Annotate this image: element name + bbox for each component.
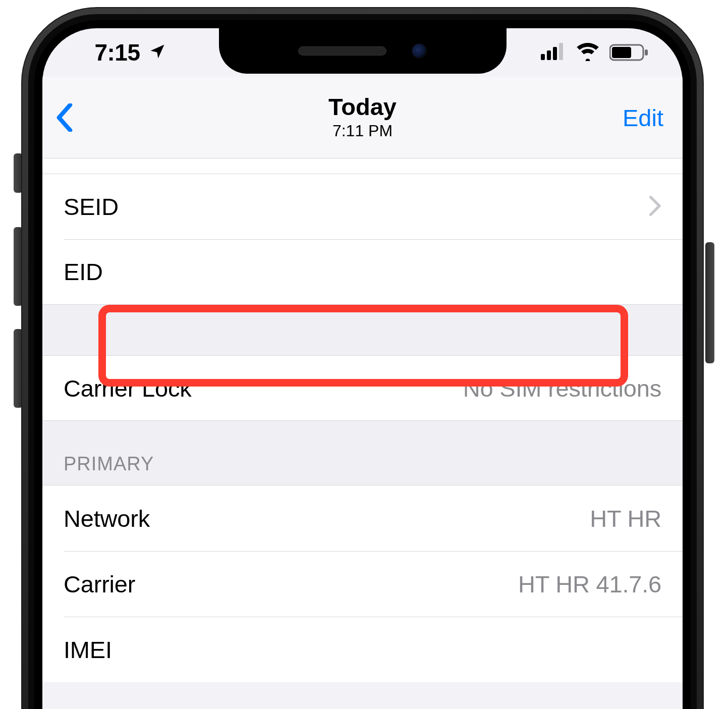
svg-rect-3 xyxy=(559,43,563,60)
svg-rect-5 xyxy=(612,47,631,58)
row-network[interactable]: Network HT HR xyxy=(42,485,683,551)
back-button[interactable] xyxy=(42,77,103,158)
edit-button[interactable]: Edit xyxy=(623,103,663,131)
status-time: 7:15 xyxy=(94,39,140,66)
chevron-right-icon xyxy=(649,196,661,218)
device-notch xyxy=(219,28,507,74)
mute-switch xyxy=(14,153,23,193)
nav-subtitle: 7:11 PM xyxy=(42,121,683,140)
list-group-identifiers: SEID EID xyxy=(42,158,683,305)
row-label: EID xyxy=(64,258,103,286)
wifi-icon xyxy=(575,42,600,63)
row-eid[interactable]: EID xyxy=(42,239,683,305)
phone-screen: 7:15 xyxy=(42,28,683,709)
svg-rect-1 xyxy=(547,50,551,60)
row-carrier[interactable]: Carrier HT HR 41.7.6 xyxy=(42,551,683,617)
chevron-left-icon xyxy=(54,103,75,132)
navigation-bar: Today 7:11 PM Edit xyxy=(42,77,683,158)
row-label: Carrier xyxy=(64,570,135,598)
volume-down-button xyxy=(14,329,23,408)
settings-list[interactable]: SEID EID Carrier Lock No SIM restriction… xyxy=(42,158,683,682)
row-seid[interactable]: SEID xyxy=(42,174,683,239)
row-label: Carrier Lock xyxy=(64,374,192,402)
row-label: Network xyxy=(64,505,150,532)
volume-up-button xyxy=(14,227,23,306)
svg-rect-2 xyxy=(553,47,557,60)
section-header-primary: PRIMARY xyxy=(42,421,683,485)
row-carrier-lock[interactable]: Carrier Lock No SIM restrictions xyxy=(42,355,683,421)
earpiece-speaker xyxy=(298,46,386,56)
row-label: SEID xyxy=(64,193,119,221)
nav-title: Today xyxy=(42,94,683,120)
svg-rect-6 xyxy=(645,49,648,56)
location-services-icon xyxy=(148,39,166,66)
row-value: HT HR xyxy=(590,505,661,532)
row-value: HT HR 41.7.6 xyxy=(518,570,661,598)
row-label: IMEI xyxy=(64,636,112,664)
list-group-carrier-lock: Carrier Lock No SIM restrictions xyxy=(42,355,683,421)
row-value: No SIM restrictions xyxy=(463,374,661,402)
svg-rect-0 xyxy=(541,54,545,60)
list-group-primary: Network HT HR Carrier HT HR 41.7.6 IMEI xyxy=(42,485,683,682)
side-power-button xyxy=(705,242,714,363)
row-imei[interactable]: IMEI xyxy=(42,617,683,682)
front-camera xyxy=(412,43,427,59)
section-separator xyxy=(42,305,683,355)
battery-icon xyxy=(609,43,649,62)
cellular-signal-icon xyxy=(541,42,566,63)
